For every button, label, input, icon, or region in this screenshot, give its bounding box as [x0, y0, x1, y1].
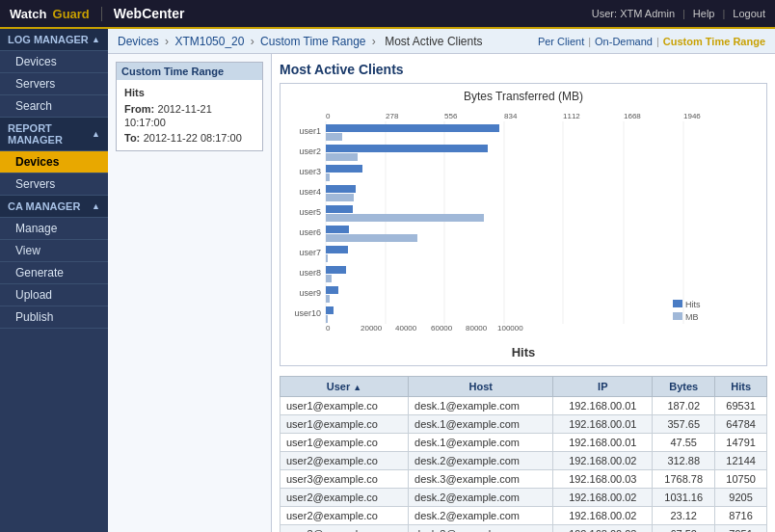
- sidebar-item-log-devices[interactable]: Devices: [0, 51, 108, 73]
- cell-ip: 192.168.00.01: [553, 397, 653, 415]
- cell-ip: 192.168.00.02: [553, 452, 653, 470]
- table-row: user2@example.codesk.2@example.com192.16…: [281, 489, 767, 507]
- svg-rect-31: [326, 266, 346, 274]
- cell-bytes: 23.12: [653, 507, 715, 525]
- svg-text:834: 834: [504, 112, 518, 120]
- sidebar-item-view[interactable]: View: [0, 240, 108, 262]
- cell-ip: 192.168.00.01: [553, 415, 653, 434]
- table-row: user2@example.codesk.2@example.com192.16…: [281, 452, 767, 470]
- svg-text:0: 0: [326, 112, 331, 120]
- svg-rect-28: [326, 205, 353, 213]
- header-right: User: XTM Admin | Help | Logout: [592, 8, 765, 19]
- cell-bytes: 1031.16: [653, 489, 715, 507]
- table-row: user1@example.codesk.1@example.com192.16…: [281, 434, 767, 452]
- cell-hits: 64784: [715, 415, 767, 434]
- user-label: User: XTM Admin: [592, 8, 675, 19]
- svg-rect-46: [673, 312, 682, 320]
- svg-text:user10: user10: [294, 308, 321, 318]
- col-bytes[interactable]: Bytes: [653, 377, 715, 397]
- view-links: Per Client | On-Demand | Custom Time Ran…: [538, 36, 765, 47]
- cell-host: desk.1@example.com: [409, 434, 553, 452]
- svg-rect-35: [326, 153, 358, 161]
- svg-text:20000: 20000: [361, 324, 383, 332]
- logo-guard: Guard: [53, 7, 90, 21]
- svg-rect-39: [326, 234, 417, 242]
- svg-text:278: 278: [386, 112, 399, 120]
- cell-ip: 192.168.00.02: [553, 507, 653, 525]
- cell-user: user1@example.co: [281, 397, 409, 415]
- col-user[interactable]: User ▲: [281, 377, 409, 397]
- sidebar-item-upload[interactable]: Upload: [0, 284, 108, 306]
- cell-bytes: 312.88: [653, 452, 715, 470]
- table-row: user1@example.codesk.1@example.com192.16…: [281, 415, 767, 434]
- cell-hits: 7951: [715, 525, 767, 533]
- col-hits[interactable]: Hits: [715, 377, 767, 397]
- log-manager-arrow: ▲: [92, 35, 100, 44]
- svg-rect-34: [326, 133, 342, 141]
- app-header: WatchGuard WebCenter User: XTM Admin | H…: [0, 0, 775, 29]
- chart-title: Bytes Transferred (MB): [286, 90, 761, 103]
- sidebar-item-log-servers[interactable]: Servers: [0, 73, 108, 95]
- data-table: User ▲ Host IP Bytes Hits user1@example.…: [280, 376, 767, 532]
- sidebar-item-generate[interactable]: Generate: [0, 262, 108, 284]
- sidebar-item-report-servers[interactable]: Servers: [0, 173, 108, 196]
- log-manager-label: LOG MANAGER: [8, 34, 89, 45]
- svg-text:user1: user1: [299, 126, 321, 136]
- cell-bytes: 187.02: [653, 397, 715, 415]
- breadcrumb-xtm[interactable]: XTM1050_20: [174, 35, 244, 48]
- svg-text:user9: user9: [299, 288, 321, 298]
- svg-rect-26: [326, 165, 362, 173]
- breadcrumb-devices[interactable]: Devices: [118, 35, 159, 48]
- cell-bytes: 67.52: [653, 525, 715, 533]
- custom-time-range-link[interactable]: Custom Time Range: [663, 36, 765, 47]
- svg-text:1946: 1946: [683, 112, 701, 120]
- svg-rect-29: [326, 226, 349, 233]
- svg-rect-30: [326, 246, 348, 253]
- main-layout: LOG MANAGER ▲ Devices Servers Search REP…: [0, 29, 775, 532]
- cell-hits: 69531: [715, 397, 767, 415]
- svg-rect-25: [326, 145, 488, 152]
- logout-link[interactable]: Logout: [733, 8, 765, 19]
- table-row: user1@example.codesk.1@example.com192.16…: [281, 397, 767, 415]
- svg-rect-42: [326, 295, 330, 303]
- log-manager-header[interactable]: LOG MANAGER ▲: [0, 29, 108, 51]
- cell-hits: 12144: [715, 452, 767, 470]
- ca-manager-label: CA MANAGER: [8, 200, 80, 212]
- breadcrumb-sep3: ›: [372, 35, 376, 48]
- sidebar-item-publish[interactable]: Publish: [0, 306, 108, 329]
- svg-text:user7: user7: [299, 248, 321, 257]
- breadcrumb-timerange[interactable]: Custom Time Range: [260, 35, 365, 48]
- svg-rect-32: [326, 286, 338, 294]
- sidebar-item-log-search[interactable]: Search: [0, 95, 108, 118]
- breadcrumb-bar: Devices › XTM1050_20 › Custom Time Range…: [108, 29, 775, 54]
- header-left: WatchGuard WebCenter: [10, 6, 184, 21]
- report-manager-header[interactable]: REPORT MANAGER ▲: [0, 118, 108, 151]
- on-demand-link[interactable]: On-Demand: [595, 36, 653, 47]
- cell-user: user1@example.co: [281, 434, 409, 452]
- report-manager-arrow: ▲: [92, 129, 100, 139]
- breadcrumb-sep2: ›: [251, 35, 254, 48]
- sidebar-item-manage[interactable]: Manage: [0, 218, 108, 240]
- left-panel: Custom Time Range Hits From: 2012-11-21 …: [108, 54, 272, 532]
- cell-host: desk.3@example.com: [409, 470, 553, 489]
- svg-rect-27: [326, 185, 356, 193]
- svg-rect-43: [326, 315, 328, 323]
- col-host[interactable]: Host: [409, 377, 553, 397]
- section-title: Most Active Clients: [280, 62, 767, 77]
- svg-text:100000: 100000: [497, 324, 523, 332]
- table-row: user2@example.codesk.2@example.com192.16…: [281, 507, 767, 525]
- cell-user: user2@example.co: [281, 489, 409, 507]
- right-panel: Most Active Clients Bytes Transferred (M…: [272, 54, 775, 532]
- sidebar-item-report-devices[interactable]: Devices: [0, 151, 108, 173]
- report-manager-label: REPORT MANAGER: [8, 122, 92, 146]
- ca-manager-header[interactable]: CA MANAGER ▲: [0, 196, 108, 218]
- svg-text:user4: user4: [299, 187, 321, 197]
- help-link[interactable]: Help: [693, 8, 715, 19]
- breadcrumb-sep1: ›: [165, 35, 169, 48]
- per-client-link[interactable]: Per Client: [538, 36, 584, 47]
- svg-text:0: 0: [326, 324, 331, 332]
- col-ip[interactable]: IP: [553, 377, 653, 397]
- content-area: Devices › XTM1050_20 › Custom Time Range…: [108, 29, 775, 532]
- ca-manager-arrow: ▲: [92, 201, 100, 211]
- cell-hits: 9205: [715, 489, 767, 507]
